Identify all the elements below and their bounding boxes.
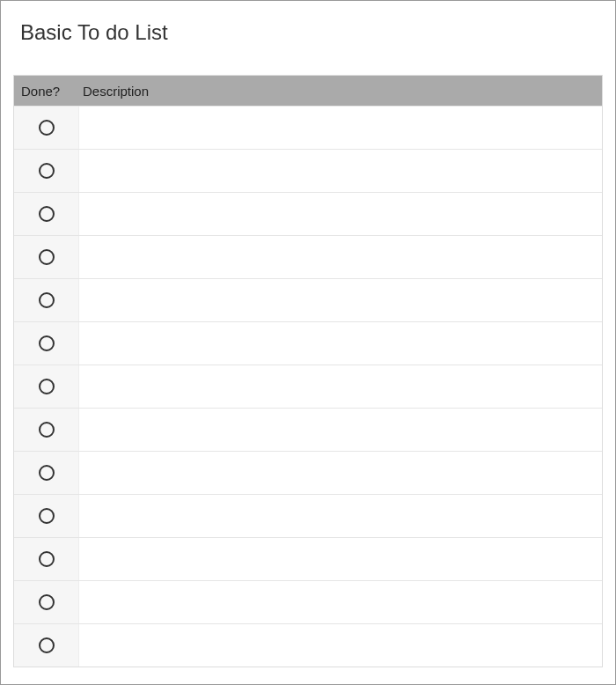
column-header-description: Description [79,84,602,99]
circle-icon [39,422,55,438]
table-row [14,278,602,321]
table-row [14,235,602,278]
table-row [14,580,602,623]
done-cell[interactable] [14,279,79,321]
circle-icon [39,465,55,481]
description-cell[interactable] [79,193,602,235]
circle-icon [39,206,55,222]
circle-icon [39,594,55,610]
description-cell[interactable] [79,365,602,408]
description-cell[interactable] [79,279,602,321]
description-cell[interactable] [79,495,602,537]
table-row [14,451,602,494]
done-cell[interactable] [14,193,79,235]
description-cell[interactable] [79,107,602,149]
done-cell[interactable] [14,452,79,494]
circle-icon [39,335,55,351]
circle-icon [39,120,55,136]
circle-icon [39,249,55,265]
done-cell[interactable] [14,581,79,623]
description-cell[interactable] [79,581,602,623]
table-row [14,537,602,580]
table-row [14,623,602,667]
done-cell[interactable] [14,322,79,365]
done-cell[interactable] [14,409,79,451]
table-body [14,106,602,667]
circle-icon [39,508,55,524]
circle-icon [39,292,55,308]
done-cell[interactable] [14,236,79,278]
description-cell[interactable] [79,624,602,667]
circle-icon [39,637,55,653]
circle-icon [39,163,55,179]
table-row [14,149,602,192]
description-cell[interactable] [79,150,602,192]
done-cell[interactable] [14,495,79,537]
done-cell[interactable] [14,107,79,149]
done-cell[interactable] [14,624,79,667]
table-row [14,494,602,537]
description-cell[interactable] [79,452,602,494]
done-cell[interactable] [14,150,79,192]
table-row [14,321,602,365]
description-cell[interactable] [79,538,602,580]
circle-icon [39,551,55,567]
page-container: Basic To do List Done? Description [0,0,616,685]
description-cell[interactable] [79,322,602,365]
description-cell[interactable] [79,409,602,451]
description-cell[interactable] [79,236,602,278]
done-cell[interactable] [14,365,79,408]
table-row [14,408,602,451]
table-header-row: Done? Description [14,76,602,106]
todo-table: Done? Description [13,75,603,667]
table-row [14,192,602,235]
table-row [14,106,602,149]
done-cell[interactable] [14,538,79,580]
table-row [14,365,602,408]
column-header-done: Done? [14,84,79,99]
circle-icon [39,379,55,394]
page-title: Basic To do List [20,20,603,45]
